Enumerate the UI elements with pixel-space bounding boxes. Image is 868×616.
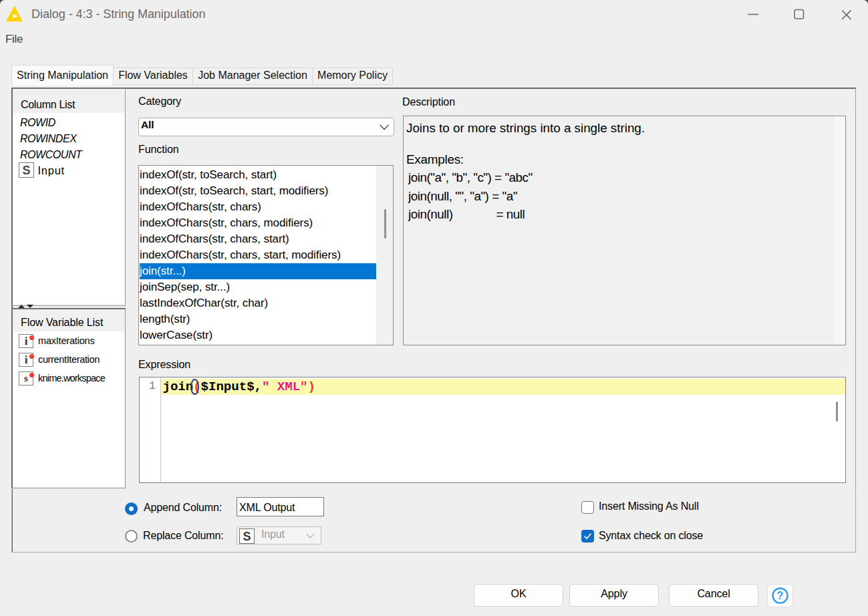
- svg-text:?: ?: [777, 590, 784, 601]
